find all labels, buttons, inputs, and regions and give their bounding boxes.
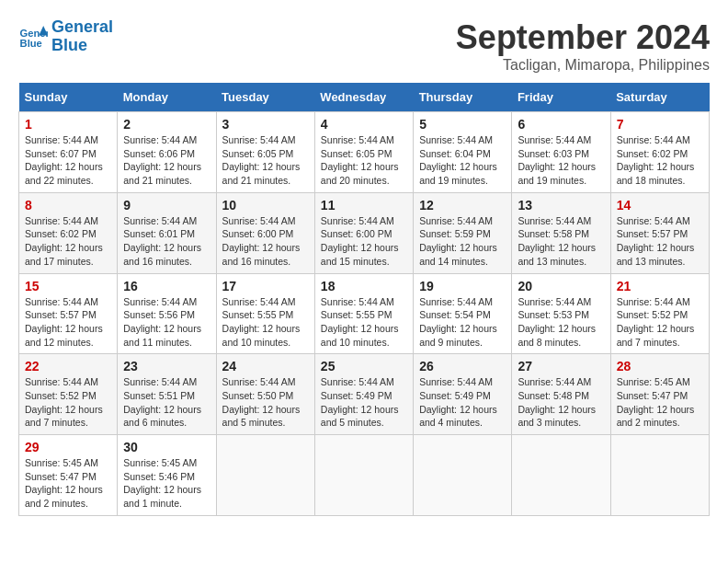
day-number: 7 [617,117,703,132]
day-info: Sunrise: 5:44 AM Sunset: 6:05 PM Dayligh… [321,133,407,188]
table-row: 9Sunrise: 5:44 AM Sunset: 6:01 PM Daylig… [118,192,216,273]
calendar-week-2: 8Sunrise: 5:44 AM Sunset: 6:02 PM Daylig… [19,192,710,273]
day-number: 2 [123,117,210,132]
table-row: 14Sunrise: 5:44 AM Sunset: 5:57 PM Dayli… [610,192,709,273]
calendar-week-4: 22Sunrise: 5:44 AM Sunset: 5:52 PM Dayli… [19,354,710,435]
month-title: September 2024 [456,18,710,57]
day-info: Sunrise: 5:44 AM Sunset: 5:57 PM Dayligh… [25,295,111,350]
table-row [216,435,314,516]
day-info: Sunrise: 5:44 AM Sunset: 6:07 PM Dayligh… [25,133,111,188]
table-row: 2Sunrise: 5:44 AM Sunset: 6:06 PM Daylig… [118,112,216,193]
table-row [512,435,610,516]
table-row: 1Sunrise: 5:44 AM Sunset: 6:07 PM Daylig… [19,112,118,193]
table-row: 18Sunrise: 5:44 AM Sunset: 5:55 PM Dayli… [314,273,413,354]
day-info: Sunrise: 5:44 AM Sunset: 6:02 PM Dayligh… [617,133,703,188]
table-row: 5Sunrise: 5:44 AM Sunset: 6:04 PM Daylig… [414,112,512,193]
table-row: 8Sunrise: 5:44 AM Sunset: 6:02 PM Daylig… [19,192,118,273]
calendar-week-3: 15Sunrise: 5:44 AM Sunset: 5:57 PM Dayli… [19,273,710,354]
table-row: 30Sunrise: 5:45 AM Sunset: 5:46 PM Dayli… [118,435,216,516]
day-info: Sunrise: 5:45 AM Sunset: 5:47 PM Dayligh… [617,375,703,430]
day-number: 13 [518,198,604,213]
table-row: 12Sunrise: 5:44 AM Sunset: 5:59 PM Dayli… [414,192,512,273]
col-wednesday: Wednesday [314,83,413,112]
day-info: Sunrise: 5:44 AM Sunset: 5:56 PM Dayligh… [123,295,210,350]
table-row [314,435,413,516]
table-row: 23Sunrise: 5:44 AM Sunset: 5:51 PM Dayli… [118,354,216,435]
day-info: Sunrise: 5:44 AM Sunset: 5:49 PM Dayligh… [419,375,506,430]
day-number: 27 [518,359,604,373]
day-info: Sunrise: 5:44 AM Sunset: 5:49 PM Dayligh… [321,375,407,430]
day-number: 5 [419,117,506,132]
table-row: 21Sunrise: 5:44 AM Sunset: 5:52 PM Dayli… [610,273,709,354]
day-number: 21 [617,279,703,293]
svg-text:Blue: Blue [20,38,42,49]
table-row: 17Sunrise: 5:44 AM Sunset: 5:55 PM Dayli… [216,273,314,354]
day-number: 9 [123,198,210,213]
day-number: 24 [222,359,309,373]
table-row [414,435,512,516]
day-info: Sunrise: 5:44 AM Sunset: 6:05 PM Dayligh… [222,133,309,188]
logo: General Blue GeneralBlue [18,18,113,55]
day-info: Sunrise: 5:44 AM Sunset: 6:00 PM Dayligh… [321,214,407,269]
day-number: 20 [518,279,604,293]
table-row: 3Sunrise: 5:44 AM Sunset: 6:05 PM Daylig… [216,112,314,193]
day-number: 26 [419,359,506,373]
col-friday: Friday [512,83,610,112]
day-info: Sunrise: 5:44 AM Sunset: 5:55 PM Dayligh… [222,295,309,350]
col-sunday: Sunday [19,83,118,112]
day-number: 12 [419,198,506,213]
day-number: 3 [222,117,309,132]
col-tuesday: Tuesday [216,83,314,112]
table-row: 28Sunrise: 5:45 AM Sunset: 5:47 PM Dayli… [610,354,709,435]
day-number: 30 [123,440,210,454]
day-info: Sunrise: 5:45 AM Sunset: 5:47 PM Dayligh… [25,456,111,511]
day-info: Sunrise: 5:44 AM Sunset: 5:57 PM Dayligh… [617,214,703,269]
table-row [610,435,709,516]
day-info: Sunrise: 5:44 AM Sunset: 5:55 PM Dayligh… [321,295,407,350]
day-number: 25 [321,359,407,373]
day-info: Sunrise: 5:44 AM Sunset: 5:50 PM Dayligh… [222,375,309,430]
col-monday: Monday [118,83,216,112]
day-info: Sunrise: 5:44 AM Sunset: 5:48 PM Dayligh… [518,375,604,430]
day-number: 22 [25,359,111,373]
day-info: Sunrise: 5:44 AM Sunset: 6:01 PM Dayligh… [123,214,210,269]
day-info: Sunrise: 5:44 AM Sunset: 5:59 PM Dayligh… [419,214,506,269]
table-row: 20Sunrise: 5:44 AM Sunset: 5:53 PM Dayli… [512,273,610,354]
calendar-week-1: 1Sunrise: 5:44 AM Sunset: 6:07 PM Daylig… [19,112,710,193]
title-section: September 2024 Tacligan, Mimaropa, Phili… [456,18,710,74]
day-info: Sunrise: 5:44 AM Sunset: 5:53 PM Dayligh… [518,295,604,350]
day-info: Sunrise: 5:44 AM Sunset: 5:51 PM Dayligh… [123,375,210,430]
day-number: 14 [617,198,703,213]
day-number: 23 [123,359,210,373]
calendar-table: Sunday Monday Tuesday Wednesday Thursday… [18,83,710,516]
day-info: Sunrise: 5:45 AM Sunset: 5:46 PM Dayligh… [123,456,210,511]
table-row: 7Sunrise: 5:44 AM Sunset: 6:02 PM Daylig… [610,112,709,193]
table-row: 11Sunrise: 5:44 AM Sunset: 6:00 PM Dayli… [314,192,413,273]
day-number: 11 [321,198,407,213]
day-number: 15 [25,279,111,293]
table-row: 4Sunrise: 5:44 AM Sunset: 6:05 PM Daylig… [314,112,413,193]
day-info: Sunrise: 5:44 AM Sunset: 5:58 PM Dayligh… [518,214,604,269]
day-info: Sunrise: 5:44 AM Sunset: 6:04 PM Dayligh… [419,133,506,188]
day-number: 16 [123,279,210,293]
day-info: Sunrise: 5:44 AM Sunset: 6:02 PM Dayligh… [25,214,111,269]
day-number: 1 [25,117,111,132]
col-saturday: Saturday [610,83,709,112]
table-row: 24Sunrise: 5:44 AM Sunset: 5:50 PM Dayli… [216,354,314,435]
header-row: Sunday Monday Tuesday Wednesday Thursday… [19,83,710,112]
table-row: 27Sunrise: 5:44 AM Sunset: 5:48 PM Dayli… [512,354,610,435]
col-thursday: Thursday [414,83,512,112]
day-number: 29 [25,440,111,454]
table-row: 16Sunrise: 5:44 AM Sunset: 5:56 PM Dayli… [118,273,216,354]
table-row: 13Sunrise: 5:44 AM Sunset: 5:58 PM Dayli… [512,192,610,273]
table-row: 26Sunrise: 5:44 AM Sunset: 5:49 PM Dayli… [414,354,512,435]
day-number: 4 [321,117,407,132]
table-row: 6Sunrise: 5:44 AM Sunset: 6:03 PM Daylig… [512,112,610,193]
table-row: 19Sunrise: 5:44 AM Sunset: 5:54 PM Dayli… [414,273,512,354]
location-title: Tacligan, Mimaropa, Philippines [456,57,710,74]
day-info: Sunrise: 5:44 AM Sunset: 6:06 PM Dayligh… [123,133,210,188]
day-number: 6 [518,117,604,132]
day-number: 8 [25,198,111,213]
table-row: 25Sunrise: 5:44 AM Sunset: 5:49 PM Dayli… [314,354,413,435]
day-info: Sunrise: 5:44 AM Sunset: 6:00 PM Dayligh… [222,214,309,269]
